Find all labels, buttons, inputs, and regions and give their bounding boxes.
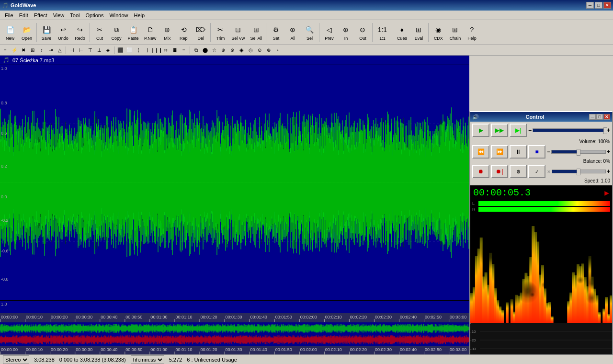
toolbar-btn-selvw[interactable]: ⊡Sel Vw <box>229 22 247 44</box>
toolbar-btn-undo[interactable]: ↩Undo <box>55 22 71 44</box>
play-button[interactable]: ▶ <box>472 124 489 137</box>
settings-button[interactable]: ⚙ <box>510 165 527 178</box>
toolbar-btn-out[interactable]: ⊖Out <box>354 22 371 44</box>
selection-format-dropdown[interactable]: hh:mm:ss <box>131 355 164 364</box>
fast-forward-button[interactable]: ⏩ <box>491 145 508 159</box>
tb2-btn-13[interactable]: ⬛ <box>116 46 125 55</box>
toolbar-btn-set[interactable]: ⚙Set <box>268 22 284 44</box>
tb2-btn-2[interactable]: ⚡ <box>10 46 19 55</box>
toolbar-btn-open[interactable]: 📂Open <box>19 22 35 44</box>
tb2-btn-7[interactable]: △ <box>56 46 64 55</box>
tb2-btn-30[interactable]: ◦ <box>273 46 282 55</box>
waveform-canvas-2[interactable] <box>0 301 469 313</box>
tb2-btn-15[interactable]: ⟨ <box>134 46 143 55</box>
toolbar-btn-paste[interactable]: 📋Paste <box>125 22 141 44</box>
tb2-btn-6[interactable]: ⇥ <box>46 46 55 55</box>
menu-item-edit[interactable]: Edit <box>16 11 31 19</box>
tb2-btn-11[interactable]: ⊥ <box>95 46 103 55</box>
play-selection-button[interactable]: ▶▶ <box>491 124 508 137</box>
menu-item-window[interactable]: Window <box>106 11 131 19</box>
tb2-btn-20[interactable]: ≡ <box>180 46 188 55</box>
speed-increase[interactable]: + <box>607 168 610 175</box>
ctrl-minimize-btn[interactable]: ─ <box>589 114 596 120</box>
stereo-dropdown[interactable]: Stereo Mono <box>3 355 29 364</box>
toolbar-btn-pnew[interactable]: 🗋P.New <box>142 22 159 44</box>
tb2-btn-22[interactable]: ⬤ <box>201 46 209 55</box>
tb2-btn-17[interactable]: ❙❙❙ <box>152 46 161 55</box>
ctrl-close-btn[interactable]: ✕ <box>603 114 610 120</box>
toolbar-btn-cut[interactable]: ✂Cut <box>91 22 108 44</box>
speed-slider-track[interactable] <box>552 170 606 173</box>
tb2-btn-24[interactable]: ⊕ <box>219 46 227 55</box>
speed-knob[interactable] <box>577 169 580 175</box>
play-marker-button[interactable]: ▶| <box>510 124 527 137</box>
record-selection-button[interactable]: ⏺| <box>491 165 508 178</box>
stereo-select[interactable]: Stereo Mono <box>3 355 29 364</box>
balance-decrease[interactable]: − <box>547 148 550 155</box>
maximize-button[interactable]: □ <box>595 2 602 9</box>
tb2-btn-27[interactable]: ◎ <box>246 46 255 55</box>
toolbar-btn-copy[interactable]: ⧉Copy <box>108 22 125 44</box>
selection-dropdown[interactable]: hh:mm:ss <box>131 355 164 364</box>
toolbar-btn-prev[interactable]: ◁Prev <box>321 22 337 44</box>
rewind-button[interactable]: ⏪ <box>472 145 489 159</box>
tb2-btn-10[interactable]: ⊤ <box>86 46 94 55</box>
channel-1[interactable]: 1.0 0.8 0.6 0.2 0.0 -0.2 -0.6 -0.8 <box>0 65 469 301</box>
toolbar-btn-chain[interactable]: ⊞Chain <box>447 22 463 44</box>
tb2-btn-1[interactable]: ≡ <box>1 46 10 55</box>
tb2-btn-18[interactable]: ≋ <box>161 46 170 55</box>
volume-slider-track[interactable] <box>533 128 606 132</box>
menu-item-options[interactable]: Options <box>82 11 106 19</box>
tb2-btn-23[interactable]: ☆ <box>210 46 218 55</box>
ctrl-maximize-btn[interactable]: □ <box>596 114 603 120</box>
toolbar-btn-cdx[interactable]: ◉CDX <box>430 22 446 44</box>
menu-item-view[interactable]: View <box>50 11 68 19</box>
tb2-btn-4[interactable]: ⊞ <box>28 46 37 55</box>
record-button[interactable]: ⏺ <box>472 165 489 178</box>
close-button[interactable]: ✕ <box>603 2 611 9</box>
toolbar-btn-in[interactable]: ⊕In <box>338 22 354 44</box>
tb2-btn-29[interactable]: ⊚ <box>264 46 273 55</box>
menu-item-tool[interactable]: Tool <box>67 11 82 19</box>
toolbar-btn-redo[interactable]: ↪Redo <box>72 22 88 44</box>
toolbar-btn-help[interactable]: ?Help <box>464 22 480 44</box>
menu-item-effect[interactable]: Effect <box>31 11 50 19</box>
tb2-btn-8[interactable]: ⊣ <box>68 46 76 55</box>
toolbar-btn-eval[interactable]: ⊞Eval <box>410 22 427 44</box>
minimize-button[interactable]: ─ <box>586 2 594 9</box>
toolbar-btn-trim[interactable]: ✂Trim <box>212 22 228 44</box>
toolbar-btn-1to1[interactable]: 1:11:1 <box>374 22 390 44</box>
tb2-btn-12[interactable]: ◈ <box>104 46 113 55</box>
volume-increase[interactable]: + <box>607 127 610 134</box>
volume-knob[interactable] <box>603 127 607 134</box>
toolbar-btn-new[interactable]: 📄New <box>2 22 18 44</box>
balance-increase[interactable]: + <box>607 148 610 155</box>
properties-button[interactable]: ✓ <box>528 165 545 178</box>
pause-button[interactable]: ⏸ <box>510 145 527 159</box>
tb2-btn-9[interactable]: ⊢ <box>77 46 85 55</box>
menu-item-help[interactable]: Help <box>131 11 148 19</box>
tb2-btn-26[interactable]: ◉ <box>237 46 246 55</box>
menu-item-file[interactable]: File <box>2 11 16 19</box>
tb2-btn-5[interactable]: ↕ <box>37 46 46 55</box>
balance-slider-track[interactable] <box>551 150 606 154</box>
tb2-btn-14[interactable]: ⬜ <box>125 46 134 55</box>
toolbar-btn-repl[interactable]: ⟲Repl <box>176 22 192 44</box>
tb2-btn-19[interactable]: ≣ <box>170 46 179 55</box>
tb2-btn-3[interactable]: ✖ <box>19 46 28 55</box>
volume-decrease[interactable]: − <box>528 127 532 134</box>
toolbar-btn-save[interactable]: 💾Save <box>38 22 55 44</box>
toolbar-btn-mix[interactable]: ⊕Mix <box>159 22 175 44</box>
toolbar-btn-all[interactable]: ⊕All <box>284 22 301 44</box>
toolbar-btn-del[interactable]: ⌦Del <box>193 22 209 44</box>
waveform-canvas-1[interactable] <box>0 65 469 300</box>
overview-waveform[interactable] <box>0 322 469 346</box>
stop-button[interactable]: ■ <box>528 145 545 159</box>
tb2-btn-21[interactable]: ⧉ <box>192 46 200 55</box>
channel-2[interactable]: 1.0 0.8 0.5 0.4 0.2 0.0 -0.2 -0.4 -0.6 -… <box>0 301 469 313</box>
tb2-btn-25[interactable]: ⊗ <box>228 46 237 55</box>
toolbar-btn-selall[interactable]: ⊞Sel All <box>248 22 264 44</box>
toolbar-btn-sel[interactable]: 🔍Sel <box>301 22 318 44</box>
toolbar-btn-cues[interactable]: ♦Cues <box>394 22 410 44</box>
balance-knob[interactable] <box>577 149 580 156</box>
